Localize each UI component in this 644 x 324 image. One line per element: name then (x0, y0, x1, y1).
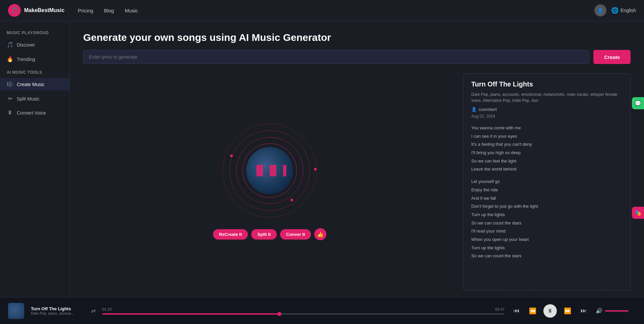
song-tags: Dark Pop, piano, accoustic, emotionnal, … (471, 91, 622, 104)
discover-icon: 🎵 (7, 42, 13, 48)
lyric-line: I'll bring you high so deep (471, 149, 622, 157)
sidebar-trending-label: Trending (17, 57, 35, 62)
recreate-button[interactable]: ReCreate It (213, 229, 248, 240)
lyric-line: I can see it in your eyes (471, 132, 622, 141)
volume-fill (605, 310, 629, 312)
skip-back-button[interactable]: ⏮ (511, 306, 522, 316)
lyric-line: So we can count the stars (471, 219, 622, 228)
topnav: 🎵 MakeBestMusic Pricing Blog Music 👤 🌐 E… (0, 0, 644, 21)
author-name: coxrobert (479, 107, 497, 112)
song-author: 👤 coxrobert (471, 107, 622, 112)
play-pause-button[interactable]: ⏸ (543, 304, 557, 318)
nav-links: Pricing Blog Music (78, 8, 594, 13)
split-button[interactable]: Split It (251, 229, 277, 240)
logo-icon: 🎵 (8, 4, 21, 17)
viz-dot-2 (290, 199, 293, 201)
sidebar: Music Playgroud 🎵 Discover 🔥 Trending AI… (0, 21, 70, 297)
lyrics-panel: Turn Off The Lights Dark Pop, piano, acc… (463, 73, 631, 290)
album-art: ▐▌▐▌▐ (246, 147, 293, 194)
volume-icon: 🔊 (596, 308, 602, 314)
sidebar-split-music-label: Split Music (17, 96, 40, 102)
progress-fill (102, 313, 279, 315)
rewind-button[interactable]: ⏪ (527, 306, 538, 316)
lyric-line: Leave the world behind (471, 165, 622, 174)
waveform-icon: ▐▌▐▌▐ (253, 165, 286, 176)
page-title: Generate your own songs using AI Music G… (83, 32, 631, 43)
lyric-line: I'll read your mind (471, 227, 622, 236)
search-bar-wrap: Create (83, 50, 631, 64)
progress-section: 01:10 02:47 (102, 307, 504, 315)
sidebar-section-playgroud: Music Playgroud (0, 28, 69, 37)
total-time: 02:47 (495, 307, 504, 311)
sidebar-discover-label: Discover (17, 42, 35, 48)
nav-pricing[interactable]: Pricing (78, 8, 93, 13)
player-area: ▐▌▐▌▐ ReCreate It Split It Conver It 👍 (83, 73, 456, 297)
shuffle-button[interactable]: ⇄ (91, 308, 96, 314)
nav-right: 👤 🌐 English (594, 4, 636, 16)
fast-forward-button[interactable]: ⏩ (562, 306, 573, 316)
language-label: English (621, 8, 636, 13)
bottom-player-bar: Turn Off The Lights Dark Pop, piano, acc… (0, 297, 644, 324)
lyric-line: When you open up your heart (471, 236, 622, 244)
convert-voice-icon: 🎙 (7, 110, 13, 116)
avatar[interactable]: 👤 (594, 4, 606, 16)
action-buttons: ReCreate It Split It Conver It 👍 (213, 228, 327, 240)
like-button[interactable]: 👍 (314, 228, 326, 240)
lyric-break (471, 174, 622, 178)
circular-visualizer: ▐▌▐▌▐ (223, 124, 317, 217)
viz-dot-1 (314, 168, 317, 171)
lyric-line: Let yourself go (471, 178, 622, 186)
nav-music[interactable]: Music (125, 8, 138, 13)
volume-section: 🔊 (596, 308, 636, 314)
sidebar-create-music-label: Create Music (17, 82, 44, 87)
lyric-line: Don't forget to just go with the light (471, 202, 622, 211)
current-time: 01:10 (102, 307, 112, 311)
bottom-track-info: Turn Off The Lights Dark Pop, piano, acc… (31, 306, 85, 315)
lyrics-input[interactable] (83, 50, 589, 64)
create-button[interactable]: Create (593, 50, 631, 64)
lyrics-text: You wanna come with meI can see it in yo… (471, 124, 622, 260)
lyric-line: Turn up the lights (471, 244, 622, 252)
lyric-line: And if we fall (471, 194, 622, 203)
logo[interactable]: 🎵 MakeBestMusic (8, 4, 64, 17)
progress-times: 01:10 02:47 (102, 307, 504, 311)
trending-icon: 🔥 (7, 56, 13, 62)
body-wrap: Music Playgroud 🎵 Discover 🔥 Trending AI… (0, 21, 644, 297)
author-icon: 👤 (471, 107, 477, 112)
sidebar-item-convert-voice[interactable]: 🎙 Convert Voice (0, 107, 69, 119)
lyric-line: So we can count the stars (471, 252, 622, 260)
song-date: Aug 02, 2024 (471, 114, 622, 119)
globe-icon: 🌐 (611, 7, 619, 14)
progress-dot (277, 312, 281, 316)
skip-forward-button[interactable]: ⏭ (578, 306, 589, 316)
lyric-line: So we can feel the light (471, 157, 622, 166)
language-selector[interactable]: 🌐 English (611, 7, 636, 14)
main-content: Generate your own songs using AI Music G… (70, 21, 644, 297)
sidebar-item-split-music[interactable]: ✂ Split Music (0, 92, 69, 105)
convert-button[interactable]: Conver It (280, 229, 311, 240)
bottom-album-thumb (8, 303, 24, 319)
sidebar-item-discover[interactable]: 🎵 Discover (0, 39, 69, 51)
volume-bar[interactable] (605, 310, 629, 312)
playback-controls: ⏮ ⏪ ⏸ ⏩ ⏭ (511, 304, 589, 318)
lyric-line: It's a feeling that you can't deny (471, 140, 622, 149)
song-title: Turn Off The Lights (471, 80, 622, 88)
lyric-line: You wanna come with me (471, 124, 622, 132)
bottom-track-title: Turn Off The Lights (31, 306, 85, 311)
floating-chat-button[interactable]: 💬 (632, 97, 644, 109)
lyric-line: Enjoy the ride (471, 186, 622, 194)
progress-bar[interactable] (102, 313, 504, 315)
sidebar-section-ai-tools: AI Music Tools (0, 67, 69, 76)
create-music-icon: 🎼 (7, 81, 13, 87)
lyric-line: Turn up the lights (471, 211, 622, 219)
floating-avatar-button[interactable]: 🎭 (632, 207, 644, 219)
logo-text: MakeBestMusic (24, 7, 64, 13)
bottom-track-tags: Dark Pop, piano, accous... (31, 311, 85, 315)
content-area: ▐▌▐▌▐ ReCreate It Split It Conver It 👍 T… (83, 73, 631, 297)
sidebar-item-trending[interactable]: 🔥 Trending (0, 53, 69, 65)
split-music-icon: ✂ (7, 95, 13, 102)
nav-blog[interactable]: Blog (104, 8, 114, 13)
sidebar-convert-voice-label: Convert Voice (17, 110, 46, 116)
sidebar-item-create-music[interactable]: 🎼 Create Music (0, 78, 69, 90)
